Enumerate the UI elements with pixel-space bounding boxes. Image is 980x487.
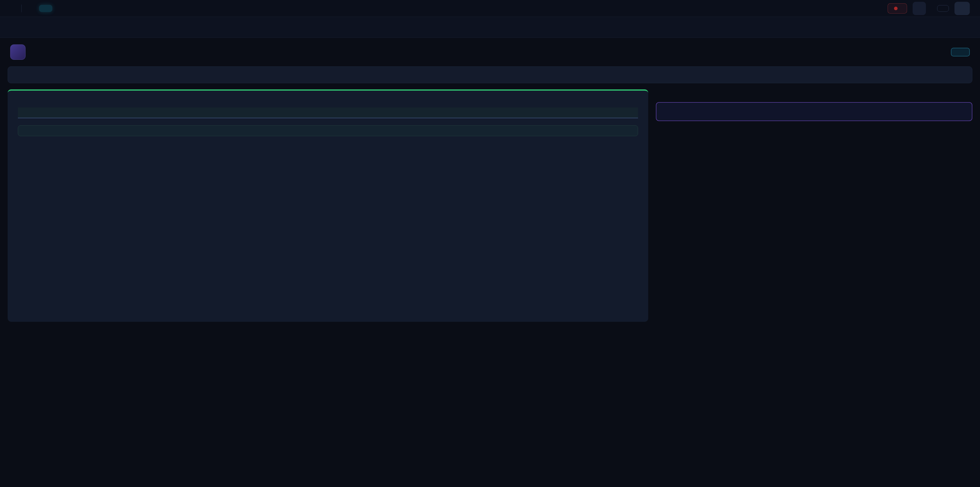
main-nav bbox=[29, 5, 101, 12]
right-column bbox=[656, 89, 972, 121]
nav-item[interactable] bbox=[39, 5, 52, 12]
page-header bbox=[0, 38, 980, 65]
section-tabbar bbox=[8, 66, 972, 83]
col-header-model bbox=[317, 107, 424, 118]
topbar-right bbox=[888, 2, 970, 15]
incident-dot-icon bbox=[894, 6, 897, 10]
notifications-button[interactable] bbox=[913, 2, 926, 15]
page-header-icon-box bbox=[10, 45, 25, 60]
validation-panel bbox=[8, 89, 648, 322]
logout-button[interactable] bbox=[937, 5, 949, 12]
logo-divider bbox=[21, 5, 22, 12]
incident-status-badge bbox=[888, 3, 907, 14]
topbar bbox=[0, 0, 980, 17]
pdf-export-button[interactable] bbox=[951, 48, 970, 56]
hamburger-menu-button[interactable] bbox=[955, 2, 970, 15]
col-header-item bbox=[18, 107, 210, 118]
table-header-row bbox=[18, 107, 638, 118]
module-subtabs bbox=[0, 17, 980, 38]
validation-table bbox=[18, 107, 638, 118]
col-header-error bbox=[531, 107, 638, 118]
col-header-aloha bbox=[210, 107, 317, 118]
conclusion-note bbox=[18, 125, 638, 136]
application-panel bbox=[656, 102, 972, 121]
col-header-measured bbox=[424, 107, 531, 118]
main-content bbox=[0, 83, 980, 322]
